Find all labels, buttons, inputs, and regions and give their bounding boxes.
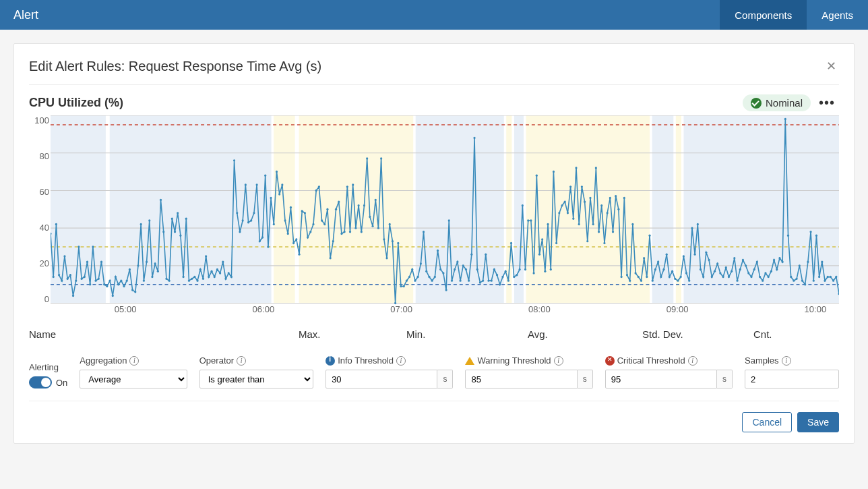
info-icon[interactable]: i [554,356,563,366]
svg-point-189 [527,219,529,221]
tab-components[interactable]: Components [720,0,807,30]
svg-point-275 [770,270,772,272]
svg-point-200 [558,212,560,214]
save-button[interactable]: Save [797,412,839,432]
crit-threshold-group: Critical Thresholdi s [605,355,733,389]
warn-threshold-input[interactable] [465,370,577,389]
svg-point-62 [168,279,170,281]
svg-point-272 [762,279,764,281]
svg-point-64 [174,231,176,233]
svg-point-297 [832,279,834,281]
svg-rect-3 [299,115,414,304]
svg-point-245 [685,272,687,274]
svg-point-113 [312,223,314,225]
svg-point-102 [281,183,283,185]
svg-point-285 [799,264,801,266]
svg-point-217 [607,212,609,214]
svg-point-124 [344,231,346,233]
svg-point-225 [629,279,631,281]
svg-point-263 [736,279,738,281]
tab-agents[interactable]: Agents [807,0,868,30]
info-icon[interactable]: i [237,356,246,366]
svg-point-260 [728,276,730,278]
svg-point-195 [544,270,546,272]
svg-point-37 [98,278,100,280]
svg-point-153 [425,270,427,272]
svg-point-155 [431,279,433,281]
svg-point-247 [691,227,693,229]
info-threshold-label: Info Threshold [338,355,394,366]
svg-point-219 [612,231,614,233]
info-threshold-input[interactable] [326,370,437,389]
samples-input[interactable] [745,370,839,389]
svg-point-163 [454,268,456,270]
alerting-toggle[interactable] [29,376,52,389]
svg-point-84 [230,276,232,278]
svg-point-110 [304,212,306,214]
svg-point-268 [750,276,752,278]
info-icon[interactable]: i [688,356,698,366]
svg-point-218 [609,197,611,199]
svg-point-25 [63,255,65,257]
aggregation-select[interactable]: Average [80,370,187,389]
info-icon[interactable]: i [782,356,791,366]
close-icon[interactable]: ✕ [824,56,839,76]
warn-threshold-group: Warning Thresholdi s [465,355,592,389]
samples-group: Samplesi [745,355,839,389]
svg-point-152 [423,231,425,233]
svg-point-27 [69,274,71,276]
svg-point-109 [301,210,303,212]
svg-point-118 [326,208,328,210]
svg-point-75 [205,255,207,257]
svg-point-216 [603,242,605,244]
svg-point-63 [171,218,173,220]
edit-alert-panel: Edit Alert Rules: Request Response Time … [13,43,855,444]
svg-point-261 [731,270,733,272]
svg-point-185 [516,274,518,276]
more-icon[interactable]: ••• [811,95,839,111]
svg-point-130 [361,231,363,233]
svg-point-128 [354,227,356,229]
cancel-button[interactable]: Cancel [742,412,792,432]
svg-point-82 [224,278,226,280]
top-bar: Alert Components Agents [0,0,868,30]
svg-point-173 [482,279,484,281]
svg-point-150 [417,276,419,278]
info-icon[interactable]: i [396,356,406,366]
svg-point-203 [567,212,569,214]
info-icon[interactable]: i [129,356,139,366]
alerting-state: On [56,378,67,388]
crit-threshold-input[interactable] [605,370,717,389]
svg-point-243 [680,276,682,278]
svg-point-71 [193,276,195,278]
svg-point-241 [674,278,676,280]
svg-point-116 [321,219,323,221]
svg-point-117 [323,223,326,225]
svg-point-59 [160,199,162,201]
svg-point-279 [782,261,784,263]
svg-point-296 [830,276,832,278]
svg-point-224 [626,274,628,276]
svg-point-234 [654,268,656,270]
svg-point-131 [363,204,365,206]
svg-point-220 [615,195,617,197]
status-label: Nominal [766,97,803,109]
svg-point-30 [78,246,80,248]
svg-point-171 [476,268,478,270]
svg-point-56 [151,276,153,278]
svg-point-83 [228,272,230,274]
svg-point-22 [55,223,57,225]
operator-select[interactable]: Is greater than [199,370,313,389]
svg-point-72 [196,279,198,281]
svg-point-43 [115,276,117,278]
svg-point-108 [298,253,300,255]
unit-label: s [437,370,453,389]
svg-point-273 [764,272,766,274]
svg-point-166 [462,264,464,266]
svg-point-90 [247,221,249,223]
operator-group: Operatori Is greater than [199,355,313,389]
svg-point-215 [600,204,602,206]
unit-label: s [717,370,733,389]
svg-point-177 [493,268,495,270]
svg-point-156 [434,276,436,278]
